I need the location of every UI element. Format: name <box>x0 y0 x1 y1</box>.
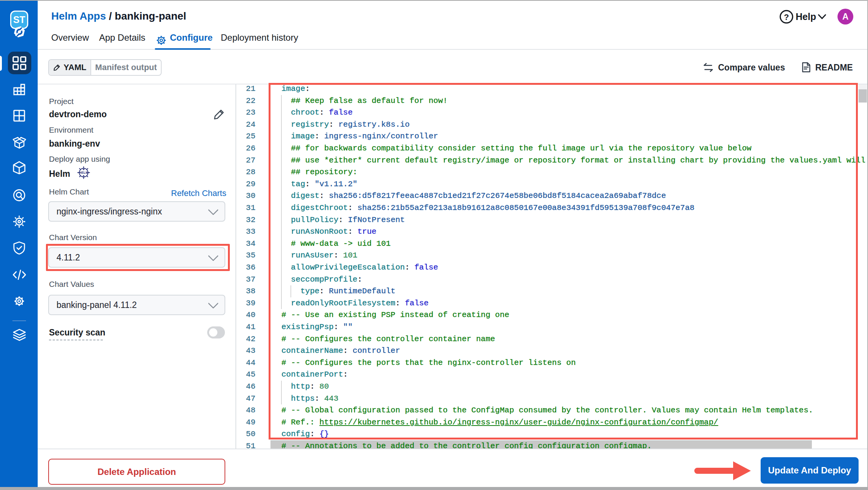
svg-text:HELM: HELM <box>79 171 89 175</box>
svg-text:?: ? <box>784 12 789 22</box>
